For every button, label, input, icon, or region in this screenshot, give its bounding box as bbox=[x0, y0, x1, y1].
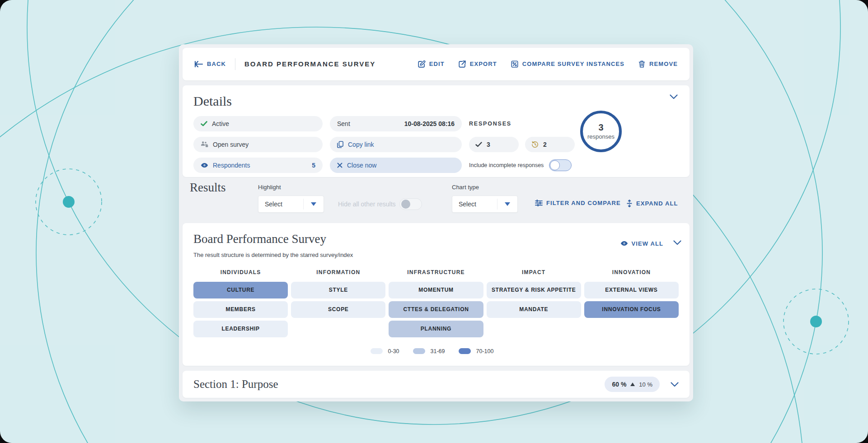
completed-responses-badge: 3 bbox=[469, 137, 519, 152]
orbit-dot bbox=[810, 316, 822, 327]
view-all-button[interactable]: VIEW ALL bbox=[620, 240, 663, 247]
section-score-badge: 60 % 10 % bbox=[605, 377, 660, 392]
back-arrow-icon bbox=[194, 61, 203, 68]
responses-gauge: 3 responses bbox=[580, 111, 622, 152]
view-all-label: VIEW ALL bbox=[632, 240, 663, 247]
column-header: INFRASTRUCTURE bbox=[389, 269, 483, 275]
results-controls: Results Highlight Select Hide all other … bbox=[183, 177, 690, 223]
expand-all-button[interactable]: EXPAND ALL bbox=[626, 200, 678, 207]
app-window: BACK BOARD PERFORMANCE SURVEY EDIT bbox=[0, 0, 868, 443]
check-icon bbox=[475, 142, 482, 147]
close-icon bbox=[337, 163, 343, 168]
eye-icon bbox=[201, 163, 208, 168]
back-button[interactable]: BACK bbox=[194, 61, 226, 68]
matrix-cell[interactable]: MEMBERS bbox=[193, 301, 288, 318]
compare-label: COMPARE SURVEY INSTANCES bbox=[522, 61, 624, 67]
matrix-column: INFRASTRUCTURE MOMENTUM CTTES & DELEGATI… bbox=[389, 269, 483, 337]
history-clock-icon bbox=[531, 141, 539, 148]
chart-type-select[interactable]: Select bbox=[452, 196, 518, 213]
status-label: Active bbox=[212, 120, 229, 127]
filter-and-compare-button[interactable]: FILTER AND COMPARE bbox=[535, 200, 621, 206]
matrix-cell[interactable]: STRATEGY & RISK APPETITE bbox=[487, 282, 581, 298]
matrix-cell[interactable]: STYLE bbox=[291, 282, 385, 298]
result-matrix: INDIVIDUALS CULTURE MEMBERS LEADERSHIP I… bbox=[193, 269, 679, 337]
matrix-cell[interactable]: CULTURE bbox=[193, 282, 288, 298]
matrix-cell[interactable]: INNOVATION FOCUS bbox=[584, 301, 679, 318]
chart-type-select-value: Select bbox=[452, 201, 497, 208]
pending-responses-badge: 2 bbox=[525, 137, 575, 152]
legend-label: 31-69 bbox=[431, 348, 445, 354]
completed-count: 3 bbox=[487, 141, 490, 148]
respondents-button[interactable]: Respondents 5 bbox=[193, 158, 323, 173]
survey-result-card: Board Performance Survey VIEW ALL The re… bbox=[183, 223, 690, 366]
chevron-down-icon bbox=[670, 94, 678, 99]
column-header: IMPACT bbox=[487, 269, 581, 275]
legend-swatch-low bbox=[371, 348, 383, 354]
edit-icon bbox=[418, 60, 426, 68]
edit-label: EDIT bbox=[429, 61, 445, 67]
include-incomplete-row: Include incomplete responses bbox=[469, 158, 596, 173]
legend-swatch-high bbox=[459, 348, 471, 354]
details-collapse-button[interactable] bbox=[670, 94, 678, 99]
sent-value: 10-08-2025 08:16 bbox=[404, 120, 455, 127]
details-card: Details Active Open bbox=[183, 85, 690, 177]
score-legend: 0-30 31-69 70-100 bbox=[193, 348, 679, 354]
responses-heading: RESPONSES bbox=[469, 116, 596, 131]
export-icon bbox=[458, 60, 466, 68]
gauge-value: 3 bbox=[598, 123, 603, 132]
section-expand-button[interactable] bbox=[671, 382, 679, 387]
open-survey-label: Open survey bbox=[213, 141, 249, 148]
matrix-cell[interactable]: EXTERNAL VIEWS bbox=[584, 282, 679, 298]
matrix-cell[interactable]: SCOPE bbox=[291, 301, 385, 318]
survey-subtitle: The result structure is determined by th… bbox=[193, 252, 679, 258]
matrix-column: INFORMATION STYLE SCOPE bbox=[291, 269, 385, 337]
expand-all-label: EXPAND ALL bbox=[636, 200, 678, 207]
column-header: INNOVATION bbox=[584, 269, 679, 275]
filter-sliders-icon bbox=[535, 200, 543, 206]
survey-collapse-button[interactable] bbox=[673, 240, 681, 245]
export-button[interactable]: EXPORT bbox=[458, 60, 497, 68]
copy-link-button[interactable]: Copy link bbox=[330, 137, 462, 152]
header-bar: BACK BOARD PERFORMANCE SURVEY EDIT bbox=[183, 48, 690, 80]
section-title: Section 1: Purpose bbox=[193, 378, 278, 391]
chevron-down-icon bbox=[671, 382, 679, 387]
status-badge: Active bbox=[193, 116, 323, 131]
matrix-column: INDIVIDUALS CULTURE MEMBERS LEADERSHIP bbox=[193, 269, 288, 337]
check-icon bbox=[201, 121, 207, 126]
edit-button[interactable]: EDIT bbox=[418, 60, 445, 68]
section-1-card[interactable]: Section 1: Purpose 60 % 10 % bbox=[183, 371, 690, 398]
chart-type-label: Chart type bbox=[452, 184, 479, 191]
results-heading: Results bbox=[190, 181, 226, 195]
page-title: BOARD PERFORMANCE SURVEY bbox=[244, 60, 375, 68]
trash-icon bbox=[638, 60, 646, 68]
respondents-count: 5 bbox=[312, 162, 315, 169]
close-now-button[interactable]: Close now bbox=[330, 158, 462, 173]
matrix-cell[interactable]: PLANNING bbox=[389, 321, 483, 337]
matrix-cell[interactable]: MOMENTUM bbox=[389, 282, 483, 298]
open-survey-badge: Open survey bbox=[193, 137, 323, 152]
compare-survey-instances-button[interactable]: COMPARE SURVEY INSTANCES bbox=[511, 60, 624, 68]
column-header: INFORMATION bbox=[291, 269, 385, 275]
delta-up-icon bbox=[630, 382, 635, 386]
responses-counters: 3 2 bbox=[469, 137, 596, 152]
matrix-cell[interactable]: CTTES & DELEGATION bbox=[389, 301, 483, 318]
column-header: INDIVIDUALS bbox=[193, 269, 288, 275]
include-incomplete-toggle[interactable] bbox=[549, 159, 572, 171]
hide-others-label: Hide all other results bbox=[338, 201, 396, 208]
header-divider bbox=[235, 58, 235, 70]
highlight-select-value: Select bbox=[258, 201, 303, 208]
legend-label: 70-100 bbox=[476, 348, 494, 354]
hide-others-toggle[interactable] bbox=[399, 198, 422, 210]
details-heading: Details bbox=[193, 93, 679, 109]
legend-label: 0-30 bbox=[388, 348, 399, 354]
matrix-column: IMPACT STRATEGY & RISK APPETITE MANDATE bbox=[487, 269, 581, 337]
copy-link-label: Copy link bbox=[348, 141, 374, 148]
toggle-knob bbox=[550, 160, 560, 170]
matrix-cell[interactable]: LEADERSHIP bbox=[193, 321, 288, 337]
highlight-select[interactable]: Select bbox=[258, 196, 324, 213]
remove-button[interactable]: REMOVE bbox=[638, 60, 678, 68]
matrix-cell[interactable]: MANDATE bbox=[487, 301, 581, 318]
chevron-down-icon bbox=[673, 240, 681, 245]
compare-icon bbox=[511, 60, 519, 68]
eye-icon bbox=[620, 241, 628, 246]
